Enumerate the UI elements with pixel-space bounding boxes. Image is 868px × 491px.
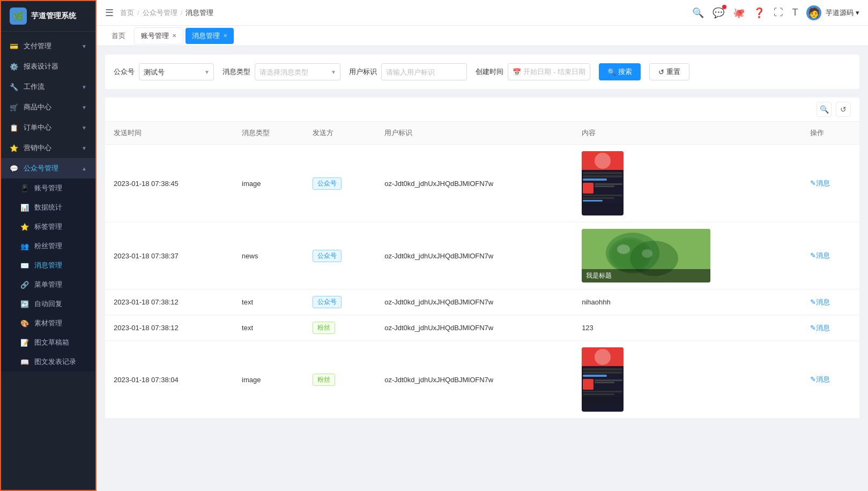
sidebar-sub-wechat: 📱 账号管理 📊 数据统计 ⭐ 标签管理 👥 粉丝管理 ✉️ 消息管理 🔗 xyxy=(1,178,95,371)
table-row: 2023-01-18 07:38:12 text 公众号 oz-Jdt0kd_j… xyxy=(105,289,859,315)
search-btn-icon: 🔍 xyxy=(607,68,616,76)
message-type-select[interactable]: 请选择消息类型 xyxy=(255,63,340,80)
tab-label: 首页 xyxy=(112,31,125,41)
report-icon: ⚙️ xyxy=(10,63,18,71)
sidebar-sub-item-message[interactable]: ✉️ 消息管理 xyxy=(1,256,95,275)
search-icon[interactable]: 🔍 xyxy=(692,7,704,19)
sub-item-label: 图文草稿箱 xyxy=(34,338,69,347)
sidebar-item-payment[interactable]: 💳 文付管理 ▼ xyxy=(1,36,95,56)
date-range-picker[interactable]: 📅 开始日期 - 结束日期 xyxy=(508,63,590,80)
search-btn-label: 搜索 xyxy=(618,67,632,77)
sidebar-item-marketing[interactable]: ⭐ 营销中心 ▼ xyxy=(1,138,95,158)
sidebar-sub-item-tags[interactable]: ⭐ 标签管理 xyxy=(1,217,95,236)
sidebar-sub-item-autoreply[interactable]: ↩️ 自动回复 xyxy=(1,294,95,314)
sender-badge: 粉丝 xyxy=(313,322,335,334)
autoreply-icon: ↩️ xyxy=(20,300,29,308)
send-time-cell: 2023-01-18 07:38:45 xyxy=(105,145,233,222)
tab-label: 消息管理 xyxy=(192,31,220,41)
reset-btn-label: 重置 xyxy=(666,67,680,77)
chevron-down-icon: ▼ xyxy=(81,145,87,151)
sidebar-item-label: 商品中心 xyxy=(24,102,51,112)
user-info[interactable]: 🧑 芋道源码 ▾ xyxy=(806,5,859,20)
sidebar-sub-item-account[interactable]: 📱 账号管理 xyxy=(1,178,95,198)
sidebar-sub-item-publish[interactable]: 📖 图文发表记录 xyxy=(1,352,95,371)
sidebar-item-workflow[interactable]: 🔧 工作流 ▼ xyxy=(1,77,95,97)
date-end-placeholder: 结束日期 xyxy=(558,67,585,77)
header-right: 🔍 💬 🐙 ❓ ⛶ T 🧑 芋道源码 ▾ xyxy=(692,5,859,20)
svg-point-5 xyxy=(617,244,630,254)
breadcrumb-wechat[interactable]: 公众号管理 xyxy=(143,8,177,18)
sidebar-sub-item-fans[interactable]: 👥 粉丝管理 xyxy=(1,236,95,256)
wechat-icon: 💬 xyxy=(10,165,18,173)
sub-item-label: 标签管理 xyxy=(34,222,62,232)
logo-icon: 🌿 xyxy=(10,8,27,25)
marketing-icon: ⭐ xyxy=(10,144,18,152)
sender-badge: 公众号 xyxy=(313,177,342,190)
github-icon[interactable]: 🐙 xyxy=(733,7,745,19)
user-tag-label: 用户标识 xyxy=(349,67,377,77)
tab-account-mgmt[interactable]: 账号管理 ✕ xyxy=(134,27,183,44)
send-time-cell: 2023-01-18 07:38:12 xyxy=(105,315,233,341)
font-icon[interactable]: T xyxy=(792,7,798,18)
breadcrumb: 首页 / 公众号管理 / 消息管理 xyxy=(120,8,213,18)
sub-item-label: 自动回复 xyxy=(34,299,62,309)
news-title: 我是标题 xyxy=(586,272,612,279)
user-tag-input[interactable] xyxy=(381,63,467,80)
workflow-icon: 🔧 xyxy=(10,83,18,91)
col-sender: 发送方 xyxy=(304,122,376,145)
tab-message-mgmt[interactable]: 消息管理 ✕ xyxy=(186,28,234,44)
header: ☰ 首页 / 公众号管理 / 消息管理 🔍 💬 🐙 ❓ ⛶ T 🧑 芋道源码 ▾ xyxy=(97,0,868,26)
header-left: ☰ 首页 / 公众号管理 / 消息管理 xyxy=(105,7,213,19)
breadcrumb-current: 消息管理 xyxy=(186,8,213,18)
msg-type-cell: text xyxy=(233,289,304,315)
search-button[interactable]: 🔍 搜索 xyxy=(599,63,641,80)
user-tag-cell: oz-Jdt0kd_jdhUxJHQdBJMlOFN7w xyxy=(376,289,573,315)
send-time-cell: 2023-01-18 07:38:04 xyxy=(105,341,233,419)
col-content: 内容 xyxy=(573,122,802,145)
reset-button[interactable]: ↺ 重置 xyxy=(649,63,689,80)
message-icon: ✉️ xyxy=(20,262,29,270)
sender-badge: 公众号 xyxy=(313,296,342,308)
table-header-row: 发送时间 消息类型 发送方 用户标识 内容 操作 xyxy=(105,122,859,145)
message-type-label: 消息类型 xyxy=(222,67,250,77)
action-message-link[interactable]: ✎消息 xyxy=(810,178,851,188)
search-toolbar-icon[interactable]: 🔍 xyxy=(817,102,832,117)
tab-close-icon[interactable]: ✕ xyxy=(223,33,227,39)
fullscreen-icon[interactable]: ⛶ xyxy=(774,7,783,18)
sidebar-sub-item-graphic[interactable]: 📝 图文草稿箱 xyxy=(1,333,95,352)
sidebar-item-goods[interactable]: 🛒 商品中心 ▼ xyxy=(1,97,95,117)
sidebar-item-report[interactable]: ⚙️ 报表设计器 xyxy=(1,56,95,77)
tags-icon: ⭐ xyxy=(20,223,29,231)
help-icon[interactable]: ❓ xyxy=(753,7,765,19)
action-message-link[interactable]: ✎消息 xyxy=(810,323,851,333)
msg-type-cell: news xyxy=(233,222,304,289)
sidebar-sub-item-menu[interactable]: 🔗 菜单管理 xyxy=(1,275,95,294)
action-cell: ✎消息 xyxy=(802,315,859,341)
msg-type-cell: text xyxy=(233,315,304,341)
sender-cell: 粉丝 xyxy=(304,341,376,419)
action-message-link[interactable]: ✎消息 xyxy=(810,297,851,307)
menu-toggle-button[interactable]: ☰ xyxy=(105,7,114,19)
chevron-down-icon: ▼ xyxy=(81,43,87,49)
official-account-select[interactable]: 测试号 xyxy=(139,63,214,80)
official-account-select-wrapper: 测试号 ▼ xyxy=(139,63,214,80)
sidebar-item-wechat[interactable]: 💬 公众号管理 ▲ xyxy=(1,158,95,178)
breadcrumb-home[interactable]: 首页 xyxy=(120,8,134,18)
news-preview: 我是标题 xyxy=(582,229,710,282)
material-icon: 🎨 xyxy=(20,319,29,328)
sidebar-sub-item-material[interactable]: 🎨 素材管理 xyxy=(1,314,95,333)
chat-icon[interactable]: 💬 xyxy=(713,7,724,19)
logo-text: 芋道管理系统 xyxy=(31,11,76,21)
refresh-toolbar-icon[interactable]: ↺ xyxy=(836,102,851,117)
action-message-link[interactable]: ✎消息 xyxy=(810,375,851,384)
tab-close-icon[interactable]: ✕ xyxy=(172,33,176,39)
action-message-link[interactable]: ✎消息 xyxy=(810,251,851,261)
message-type-select-wrapper: 请选择消息类型 ▼ xyxy=(255,63,340,80)
tab-home[interactable]: 首页 xyxy=(105,28,132,44)
sender-cell: 粉丝 xyxy=(304,315,376,341)
sidebar-item-order[interactable]: 📋 订单中心 ▼ xyxy=(1,117,95,138)
table-row: 2023-01-18 07:38:37 news 公众号 oz-Jdt0kd_j… xyxy=(105,222,859,289)
sidebar-sub-item-stats[interactable]: 📊 数据统计 xyxy=(1,198,95,217)
sender-cell: 公众号 xyxy=(304,222,376,289)
graphic-icon: 📝 xyxy=(20,339,29,347)
